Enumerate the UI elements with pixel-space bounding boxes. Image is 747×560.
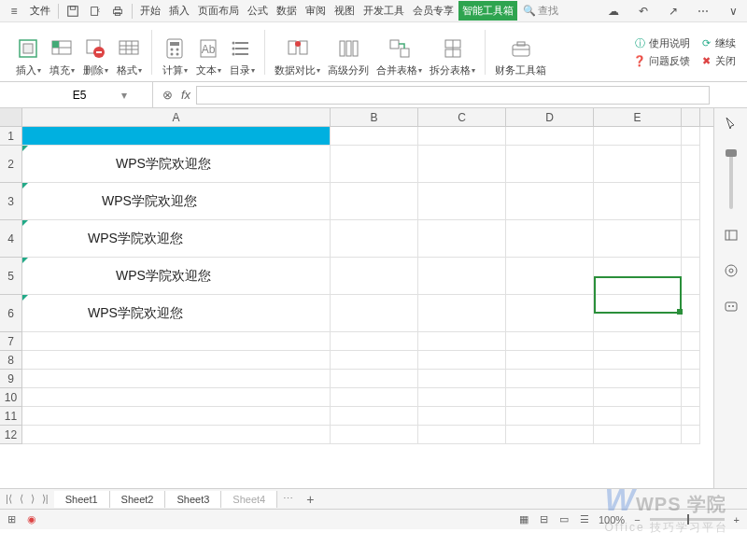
name-box[interactable] (37, 89, 121, 102)
save-icon[interactable] (63, 2, 83, 21)
help-link[interactable]: ⓘ使用说明 (633, 36, 690, 50)
cancel-formula-icon[interactable]: ⊗ (153, 88, 181, 102)
continue-link[interactable]: ⟳继续 (699, 36, 736, 50)
cell-C10[interactable] (418, 388, 506, 407)
zoom-value[interactable]: 100% (599, 514, 625, 525)
cell-A8[interactable] (22, 351, 331, 370)
delete-button[interactable]: 删除▾ (78, 29, 112, 79)
cell-C5[interactable] (418, 258, 506, 295)
cell-F12[interactable] (682, 426, 700, 444)
tab-formula[interactable]: 公式 (244, 1, 272, 21)
sheet-nav-first[interactable]: |⟨ (4, 493, 14, 505)
cell-E3[interactable] (594, 183, 682, 220)
cell-E12[interactable] (594, 426, 682, 444)
advanced-split-button[interactable]: 高级分列 (324, 29, 373, 79)
cursor-icon[interactable] (722, 114, 740, 133)
view-normal-icon[interactable]: ▦ (517, 513, 530, 525)
cell-B8[interactable] (331, 351, 418, 370)
tab-member[interactable]: 会员专享 (409, 1, 458, 21)
finance-toolbox-button[interactable]: 财务工具箱 (491, 29, 550, 79)
format-button[interactable]: 格式▾ (112, 29, 146, 79)
cell-B11[interactable] (331, 407, 418, 426)
cell-A4[interactable]: WPS学院欢迎您 (22, 220, 331, 258)
sheet-tab-4[interactable]: Sheet4 (221, 491, 277, 508)
text-button[interactable]: Ab文本▾ (191, 29, 225, 79)
cell-D6[interactable] (506, 295, 594, 332)
cell-C2[interactable] (418, 146, 506, 183)
feedback-link[interactable]: ❓问题反馈 (633, 54, 690, 68)
cell-D1[interactable] (506, 127, 594, 146)
cell-F3[interactable] (682, 183, 700, 220)
namebox-dropdown[interactable]: ▾ (121, 89, 134, 102)
tab-page-layout[interactable]: 页面布局 (194, 1, 243, 21)
data-compare-button[interactable]: 数据对比▾ (271, 29, 324, 79)
toc-button[interactable]: 目录▾ (225, 29, 259, 79)
row-header-5[interactable]: 5 (0, 258, 22, 295)
cell-C3[interactable] (418, 183, 506, 220)
row-header-11[interactable]: 11 (0, 407, 22, 426)
tab-data[interactable]: 数据 (273, 1, 301, 21)
tab-view[interactable]: 视图 (331, 1, 359, 21)
cell-C7[interactable] (418, 332, 506, 351)
cell-D11[interactable] (506, 407, 594, 426)
print-preview-icon[interactable] (85, 2, 106, 21)
sheet-nav-next[interactable]: ⟩ (29, 493, 36, 505)
cell-B7[interactable] (331, 332, 418, 351)
cell-D2[interactable] (506, 146, 594, 183)
cell-A11[interactable] (22, 407, 331, 426)
row-header-1[interactable]: 1 (0, 127, 22, 146)
row-header-9[interactable]: 9 (0, 370, 22, 388)
cell-D4[interactable] (506, 220, 594, 258)
col-header-A[interactable]: A (22, 108, 331, 126)
cell-A1[interactable] (22, 127, 331, 146)
cell-F11[interactable] (682, 407, 700, 426)
view-reading-icon[interactable]: ☰ (578, 513, 591, 525)
row-header-4[interactable]: 4 (0, 220, 22, 258)
tab-smart-toolbox[interactable]: 智能工具箱 (458, 1, 517, 21)
zoom-out-icon[interactable]: − (632, 514, 641, 525)
cell-A12[interactable] (22, 426, 331, 444)
cell-D10[interactable] (506, 388, 594, 407)
sheet-tab-2[interactable]: Sheet2 (110, 491, 166, 508)
cell-F7[interactable] (682, 332, 700, 351)
cell-B1[interactable] (331, 127, 418, 146)
sheet-nav-prev[interactable]: ⟨ (18, 493, 25, 505)
sheet-tab-3[interactable]: Sheet3 (165, 491, 221, 508)
cell-D8[interactable] (506, 351, 594, 370)
cell-C9[interactable] (418, 370, 506, 388)
search-box[interactable]: 🔍 查找 (523, 4, 558, 18)
cell-D7[interactable] (506, 332, 594, 351)
cell-E2[interactable] (594, 146, 682, 183)
cell-E9[interactable] (594, 370, 682, 388)
fx-icon[interactable]: fx (181, 88, 190, 102)
share-icon[interactable]: ↗ (663, 2, 684, 21)
sheet-add[interactable]: + (299, 492, 321, 507)
cell-E7[interactable] (594, 332, 682, 351)
cell-B12[interactable] (331, 426, 418, 444)
cell-E8[interactable] (594, 351, 682, 370)
cell-F2[interactable] (682, 146, 700, 183)
cell-D12[interactable] (506, 426, 594, 444)
cell-F8[interactable] (682, 351, 700, 370)
cloud-icon[interactable]: ☁ (603, 2, 624, 21)
cell-F9[interactable] (682, 370, 700, 388)
cell-A6[interactable]: WPS学院欢迎您 (22, 295, 331, 332)
cell-B5[interactable] (331, 258, 418, 295)
row-header-10[interactable]: 10 (0, 388, 22, 407)
row-header-12[interactable]: 12 (0, 426, 22, 444)
row-header-6[interactable]: 6 (0, 295, 22, 332)
split-tables-button[interactable]: 拆分表格▾ (426, 29, 479, 79)
cell-F10[interactable] (682, 388, 700, 407)
tab-insert[interactable]: 插入 (165, 1, 193, 21)
menu-icon[interactable]: ≡ (4, 2, 24, 21)
row-header-2[interactable]: 2 (0, 146, 22, 183)
cell-D5[interactable] (506, 258, 594, 295)
cell-B10[interactable] (331, 388, 418, 407)
more-icon[interactable]: ⋯ (693, 2, 713, 21)
select-all-corner[interactable] (0, 108, 22, 126)
cell-D9[interactable] (506, 370, 594, 388)
formula-input[interactable] (196, 86, 710, 105)
cell-B6[interactable] (331, 295, 418, 332)
cell-E6[interactable] (594, 295, 682, 332)
panel-icon-3[interactable] (722, 297, 740, 315)
